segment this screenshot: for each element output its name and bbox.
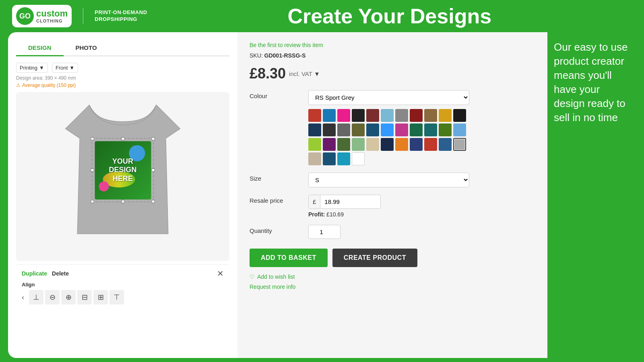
quantity-input[interactable]	[308, 225, 341, 239]
add-to-basket-button[interactable]: ADD TO BASKET	[250, 249, 328, 267]
swatch-dark-navy[interactable]	[366, 123, 379, 136]
resale-field-row: Resale price £ Profit: £10.69	[250, 195, 535, 218]
front-chevron-icon: ▼	[69, 65, 74, 71]
swatch-pink[interactable]	[337, 109, 350, 122]
colour-label: Colour	[250, 90, 302, 99]
swatch-orange[interactable]	[395, 138, 408, 151]
swatch-ocean[interactable]	[439, 138, 452, 151]
align-distribute-h-icon[interactable]: ⊟	[77, 290, 92, 304]
size-label: Size	[250, 173, 302, 182]
printing-dropdown[interactable]: Printing ▼	[16, 63, 48, 73]
tabs-bar: DESIGN PHOTO	[16, 40, 229, 56]
printing-label: Printing	[20, 65, 37, 71]
swatch-bright-blue[interactable]	[323, 152, 336, 165]
swatch-olive-green[interactable]	[439, 123, 452, 136]
swatch-turquoise[interactable]	[337, 152, 350, 165]
wishlist-link[interactable]: ♡ Add to wish list	[250, 274, 535, 280]
swatch-dark-grey[interactable]	[323, 123, 336, 136]
swatch-red[interactable]	[308, 109, 321, 122]
size-control: S	[308, 173, 535, 187]
sku-label: SKU:	[250, 52, 263, 59]
swatch-very-dark[interactable]	[453, 109, 466, 122]
swatch-grey[interactable]	[395, 109, 408, 122]
delete-button[interactable]: Delete	[52, 270, 69, 277]
front-dropdown[interactable]: Front ▼	[52, 63, 78, 73]
swatch-forest-green[interactable]	[337, 138, 350, 151]
create-product-button[interactable]: CREATE PRODUCT	[332, 249, 417, 267]
swatch-black[interactable]	[352, 109, 365, 122]
action-buttons: ADD TO BASKET CREATE PRODUCT	[250, 249, 535, 267]
swatch-steel-blue[interactable]	[453, 123, 466, 136]
swatch-hot-pink[interactable]	[395, 123, 408, 136]
logo-text: custom CLOTHING	[36, 9, 68, 23]
align-label: Align	[22, 282, 224, 288]
request-info-link[interactable]: Request more info	[250, 284, 295, 290]
currency-symbol: £	[309, 195, 320, 208]
sku-line: SKU: GD001-RSSG-S	[250, 52, 535, 59]
resale-price-input[interactable]	[320, 195, 361, 208]
bottom-toolbar-top: Duplicate Delete ✕	[22, 269, 224, 278]
align-bottom-icon[interactable]: ⊥	[29, 290, 43, 304]
swatch-navy-dark[interactable]	[308, 123, 321, 136]
align-top-icon[interactable]: ⊤	[109, 290, 124, 304]
align-icons: ‹ ⊥ ⊖ ⊕ ⊟ ⊞ ⊤	[22, 290, 224, 304]
swatch-dark-green[interactable]	[410, 123, 423, 136]
quality-warning-text: Average quality (150 ppi)	[22, 82, 76, 88]
swatch-cream[interactable]	[366, 138, 379, 151]
duplicate-button[interactable]: Duplicate	[22, 270, 47, 277]
swatch-royal-blue[interactable]	[381, 123, 394, 136]
tab-design[interactable]: DESIGN	[16, 40, 64, 56]
profit-line: Profit: £10.69	[308, 211, 535, 218]
profit-value: £10.69	[326, 211, 344, 218]
toolbar-row: Printing ▼ Front ▼	[16, 63, 229, 73]
nav-left-icon[interactable]: ‹	[22, 293, 24, 302]
swatch-white[interactable]	[352, 152, 365, 165]
price-input-group: £	[308, 195, 381, 209]
quality-warning: ⚠ Average quality (150 ppi)	[16, 82, 229, 88]
logo-custom: custom	[36, 9, 68, 19]
swatch-olive-grey[interactable]	[352, 123, 365, 136]
header: GO custom CLOTHING PRINT·ON·DEMAND DROPS…	[0, 0, 644, 32]
swatch-sage[interactable]	[352, 138, 365, 151]
swatch-maroon[interactable]	[410, 109, 423, 122]
design-overlay[interactable]: YOURDESIGNHERE	[92, 138, 154, 202]
align-center-h-icon[interactable]: ⊖	[45, 290, 60, 304]
warning-icon: ⚠	[16, 82, 21, 88]
swatch-sport-grey[interactable]	[453, 138, 466, 151]
logo-area: GO custom CLOTHING PRINT·ON·DEMAND DROPS…	[12, 5, 147, 27]
swatch-blue[interactable]	[323, 109, 336, 122]
align-center-v-icon[interactable]: ⊕	[61, 290, 76, 304]
review-link[interactable]: Be the first to review this item	[250, 42, 535, 48]
bottom-toolbar: Duplicate Delete ✕ Align ‹ ⊥ ⊖ ⊕ ⊟ ⊞ ⊤	[16, 264, 229, 309]
swatch-dark-red[interactable]	[366, 109, 379, 122]
right-panel: Our easy to use product creator means yo…	[547, 32, 636, 358]
right-panel-text: Our easy to use product creator means yo…	[554, 40, 628, 125]
swatch-crimson[interactable]	[424, 138, 437, 151]
main-content: DESIGN PHOTO Printing ▼ Front ▼ Design a…	[0, 32, 644, 362]
heart-icon: ♡	[250, 274, 255, 280]
logo-go-circle: GO	[16, 7, 34, 25]
colour-select[interactable]: RS Sport Grey	[308, 90, 469, 105]
swatch-midnight[interactable]	[381, 138, 394, 151]
size-select[interactable]: S	[308, 173, 469, 187]
align-distribute-v-icon[interactable]: ⊞	[93, 290, 108, 304]
tab-photo[interactable]: PHOTO	[64, 40, 109, 56]
tshirt-canvas: YOURDESIGNHERE	[16, 92, 229, 261]
center-panel: Be the first to review this item SKU: GD…	[237, 32, 547, 358]
swatch-stone[interactable]	[308, 152, 321, 165]
swatch-gold[interactable]	[439, 109, 452, 122]
design-inner: YOURDESIGNHERE	[95, 141, 151, 200]
quantity-label: Quantity	[250, 225, 302, 234]
colour-control: RS Sport Grey	[308, 90, 535, 165]
swatch-mid-grey[interactable]	[337, 123, 350, 136]
swatch-light-blue[interactable]	[381, 109, 394, 122]
swatch-lime[interactable]	[308, 138, 321, 151]
close-button[interactable]: ✕	[217, 269, 224, 278]
swatch-tan[interactable]	[424, 109, 437, 122]
left-panel: DESIGN PHOTO Printing ▼ Front ▼ Design a…	[8, 32, 237, 358]
swatch-teal[interactable]	[424, 123, 437, 136]
swatch-purple[interactable]	[323, 138, 336, 151]
resale-label: Resale price	[250, 195, 302, 204]
vat-dropdown-icon[interactable]: ▼	[314, 70, 320, 77]
swatch-slate-blue[interactable]	[410, 138, 423, 151]
